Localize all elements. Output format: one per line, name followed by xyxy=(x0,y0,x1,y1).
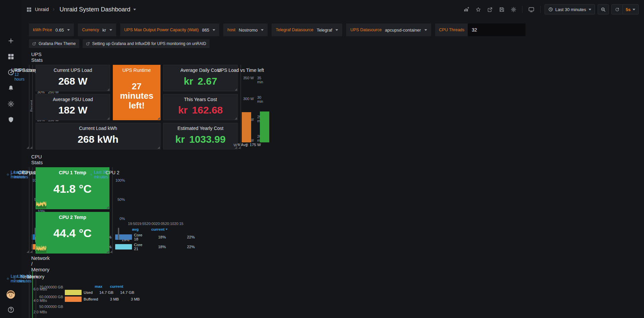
legend-scrollbar[interactable] xyxy=(118,228,119,240)
zoom-out-icon xyxy=(601,7,606,12)
cpu1-temp-sparkline xyxy=(36,198,46,209)
panel-title[interactable]: This Years Cost xyxy=(184,97,217,102)
tick-label: 50% xyxy=(115,197,125,201)
variable-value[interactable]: 865 xyxy=(202,28,210,33)
variable-currency[interactable]: Currency kr xyxy=(78,24,116,36)
panel-average-psu-load: Average PSU Load 182 W xyxy=(36,94,110,121)
zoom-out-button[interactable] xyxy=(598,4,609,14)
clock-icon xyxy=(548,7,553,12)
variable-ups-max-output[interactable]: UPS Max Output Power Capacity (Watt) 865 xyxy=(120,24,220,36)
variable-value[interactable]: Telegraf xyxy=(317,28,332,33)
caret-down-icon xyxy=(109,29,112,32)
help-icon xyxy=(7,306,14,313)
share-button[interactable] xyxy=(486,5,495,14)
user-avatar[interactable] xyxy=(6,289,16,300)
navbar: Unraid Unraid System Dashboard Last 30 m… xyxy=(21,0,644,19)
divider xyxy=(522,6,522,13)
panel-title[interactable]: Current UPS Load xyxy=(54,67,92,73)
breadcrumb-folder[interactable]: Unraid xyxy=(35,7,49,12)
legend-col-max[interactable]: max xyxy=(95,284,102,288)
dashboard: UPS Stats UPS Load % Last 12 hours Perce… xyxy=(21,48,38,53)
stat-value: 182 W xyxy=(36,103,110,120)
clock-icon xyxy=(90,173,92,177)
y-axis-left: 100%50%0% xyxy=(113,178,127,221)
panel-cpu2-temp: CPU 2 Temp 44.4 °C xyxy=(36,212,109,254)
star-icon xyxy=(475,7,481,12)
stat-value: 44.4 °C xyxy=(36,221,109,254)
variable-telegraf-datasource[interactable]: Telegraf Datasource Telegraf xyxy=(272,24,342,36)
tick-label: 20:10 xyxy=(165,222,174,227)
panel-time-override: Last 30 minutes xyxy=(13,274,33,283)
panel-title[interactable]: UPS Load vs Time left xyxy=(218,67,264,73)
sidebar xyxy=(0,0,21,318)
panel-title[interactable]: CPU 1 Temp xyxy=(59,170,86,175)
add-panel-icon xyxy=(463,6,469,12)
save-button[interactable] xyxy=(497,5,506,14)
variable-label: host xyxy=(227,28,235,32)
panel-title[interactable]: Current Load kWh xyxy=(79,126,117,131)
y-axis-left: 70.000000 GB60.000000 GB50.000000 GB xyxy=(37,282,65,318)
tv-icon xyxy=(528,6,535,13)
sidebar-item-dashboards[interactable] xyxy=(7,49,14,64)
breadcrumb: Unraid Unraid System Dashboard xyxy=(26,6,136,13)
series-color xyxy=(65,297,82,302)
panel-title[interactable]: Average Daily Cost xyxy=(180,67,221,73)
series-color xyxy=(65,290,82,295)
cpu-threads-input[interactable] xyxy=(468,24,525,36)
avatar-icon xyxy=(6,289,16,300)
legend-col-avg[interactable]: avg xyxy=(132,227,139,231)
variable-value[interactable]: Nostromo xyxy=(239,28,258,33)
panel-cpu2: CPU 2 Last 30 minutes 100%50%0% 19:5019:… xyxy=(112,167,113,254)
sidebar-item-alerting[interactable] xyxy=(7,80,14,96)
gear-icon xyxy=(511,7,516,12)
panel-estimated-yearly-cost: Estimated Yearly Cost kr1033.99 xyxy=(163,123,238,149)
submenu: kWh Price 0.65 Currency kr UPS Max Outpu… xyxy=(21,19,644,48)
clock-icon xyxy=(10,173,12,177)
variable-value[interactable]: kr xyxy=(102,28,106,33)
panel-title[interactable]: Average PSU Load xyxy=(53,97,93,102)
variable-host[interactable]: host Nostromo xyxy=(223,24,268,36)
sidebar-item-help[interactable] xyxy=(7,306,14,313)
legend-col-current[interactable]: current xyxy=(110,284,123,288)
legend-col-current[interactable]: current xyxy=(151,227,168,231)
tick-label: 300 W xyxy=(243,97,254,101)
sidebar-item-server-admin[interactable] xyxy=(7,112,14,128)
refresh-interval-picker[interactable]: 5s xyxy=(623,5,638,14)
stat-value: 268 kWh xyxy=(36,132,160,149)
panel-time-override: Last 30 minutes xyxy=(10,170,30,179)
variable-value[interactable]: 0.65 xyxy=(55,28,64,33)
sort-caret-icon xyxy=(166,229,168,231)
panel-title[interactable]: CPU 2 Temp xyxy=(59,215,86,220)
sidebar-item-configuration[interactable] xyxy=(7,96,14,112)
panel-time-override: Last 30 minutes xyxy=(90,170,110,179)
tick-label: 35 min xyxy=(257,76,268,84)
series-toggle[interactable]: Core 21 xyxy=(115,243,142,251)
panel-title[interactable]: UPS Runtime xyxy=(123,67,151,73)
favorite-button[interactable] xyxy=(474,5,483,14)
link-ups-monitoring-guide[interactable]: Setting up Grafana and InfluxDB for UPS … xyxy=(83,39,210,48)
cycle-view-button[interactable] xyxy=(526,5,536,14)
refresh-button[interactable] xyxy=(612,5,623,14)
panel-ups-runtime: UPS Runtime 27 minutes left! xyxy=(113,65,160,120)
series-toggle[interactable]: Core 18 xyxy=(115,233,142,241)
variable-kwh-price[interactable]: kWh Price 0.65 xyxy=(29,24,74,36)
cpu-temp-column: CPU 1 Temp 41.8 °C CPU 2 Temp 44.4 °C xyxy=(36,167,109,254)
link-grafana-plex-theme[interactable]: Grafana Plex Theme xyxy=(29,39,79,48)
variable-ups-datasource[interactable]: UPS Datasource apcupsd-container xyxy=(346,24,431,36)
variable-value[interactable]: apcupsd-container xyxy=(385,28,421,33)
caret-down-icon xyxy=(633,9,635,12)
panel-current-ups-load: Current UPS Load 268 W xyxy=(36,65,110,91)
dashboard-settings-button[interactable] xyxy=(509,5,518,14)
add-panel-button[interactable] xyxy=(462,5,471,14)
time-range-picker[interactable]: Last 30 minutes xyxy=(545,4,595,14)
grafana-logo[interactable] xyxy=(5,4,16,15)
caret-down-icon xyxy=(335,29,338,32)
panel-title[interactable]: Estimated Yearly Cost xyxy=(178,126,224,131)
stat-value: 268 W xyxy=(36,74,110,91)
page-title[interactable]: Unraid System Dashboard xyxy=(59,6,130,13)
series-toggle[interactable]: Used xyxy=(65,290,93,295)
sidebar-item-create[interactable] xyxy=(7,33,14,49)
legend-row: Buffered 3 MB 3 MB xyxy=(65,296,123,303)
series-toggle[interactable]: Buffered xyxy=(65,297,98,302)
caret-down-icon xyxy=(213,29,215,32)
